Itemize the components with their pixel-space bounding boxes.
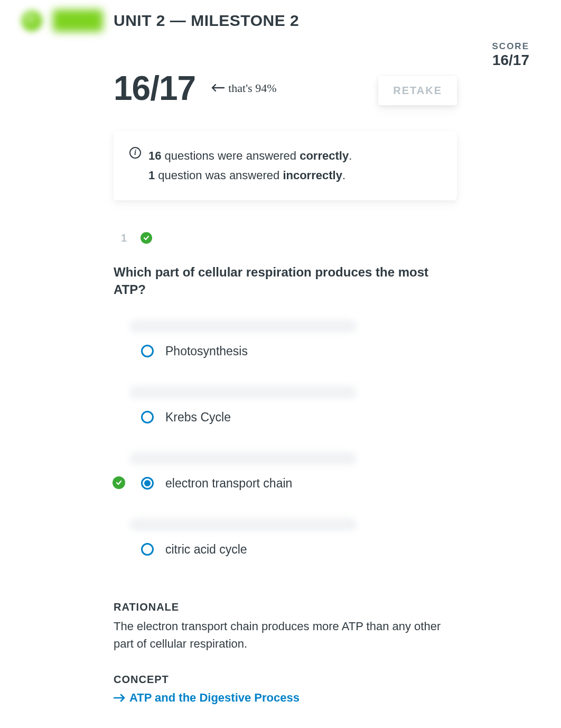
arrow-left-icon [210,82,225,94]
check-icon [141,232,152,244]
logo-pill [53,10,103,32]
score-row: 16/17 that's 94% RETAKE [114,69,457,108]
incorrect-count: 1 [148,169,155,182]
page-title: UNIT 2 — MILESTONE 2 [114,12,299,30]
arrow-right-icon [114,693,125,703]
correct-check-icon [113,476,125,489]
radio-icon[interactable] [141,411,154,423]
logo-icon [21,10,42,31]
big-score: 16/17 [114,69,195,108]
incorrect-text: question was answered [155,169,283,182]
concept-heading: CONCEPT [114,674,457,686]
option-row[interactable]: Photosynthesis [114,320,457,376]
option-row[interactable]: electron transport chain [114,452,457,509]
option-row[interactable]: citric acid cycle [114,518,457,575]
option-label: electron transport chain [165,476,292,491]
retake-button[interactable]: RETAKE [378,76,457,105]
blur-bar [129,386,357,399]
info-icon: i [129,147,141,159]
question-number: 1 [121,232,127,244]
rationale-text: The electron transport chain produces mo… [114,618,457,652]
option-label: Photosynthesis [165,344,248,358]
radio-selected-icon[interactable] [141,477,154,490]
blur-bar [129,320,357,333]
rationale-heading: RATIONALE [114,601,457,613]
option-label: Krebs Cycle [165,410,231,425]
percent-text: that's 94% [228,81,276,95]
incorrect-word: incorrectly [283,169,342,182]
radio-icon[interactable] [141,543,154,556]
summary-lines: 16 questions were answered correctly. 1 … [148,146,352,186]
score-value: 16/17 [492,52,529,69]
blur-bar [129,452,357,465]
concept-link[interactable]: ATP and the Digestive Process [114,691,457,705]
header-bar: UNIT 2 — MILESTONE 2 [0,0,561,37]
correct-text: questions were answered [161,149,300,162]
radio-icon[interactable] [141,345,154,357]
question-text: Which part of cellular respiration produ… [114,263,457,299]
question-1-header: 1 [114,232,457,244]
option-row[interactable]: Krebs Cycle [114,386,457,443]
options-list: Photosynthesis Krebs Cycle electron tran… [114,320,457,575]
score-label: SCORE [492,41,529,52]
concept-link-text: ATP and the Digestive Process [129,691,300,705]
percent-note: that's 94% [210,81,276,95]
blur-bar [129,518,357,531]
score-block: SCORE 16/17 [492,41,529,69]
summary-box: i 16 questions were answered correctly. … [114,131,457,200]
correct-count: 16 [148,149,161,162]
correct-word: correctly [300,149,349,162]
option-label: citric acid cycle [165,542,247,557]
